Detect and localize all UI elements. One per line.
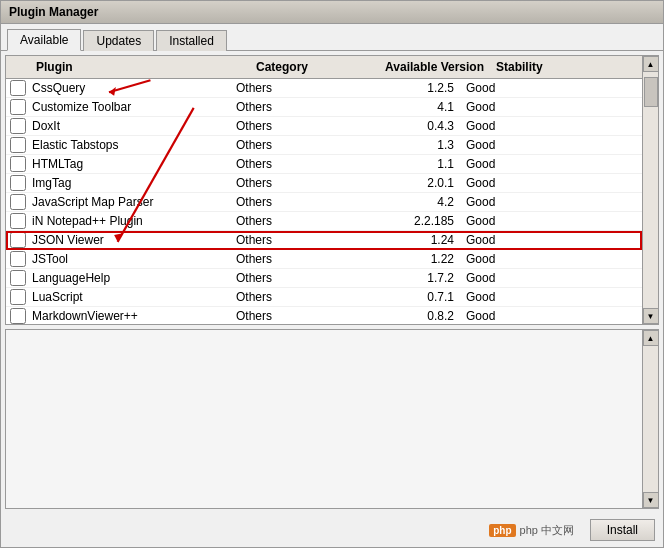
table-row: DoxIt Others 0.4.3 Good — [6, 117, 642, 136]
bottom-scroll-up[interactable]: ▲ — [643, 330, 659, 346]
cell-category: Others — [230, 213, 350, 229]
bottom-panel: ▲ ▼ — [5, 329, 659, 509]
table-body: CssQuery Others 1.2.5 Good Customize Too… — [6, 79, 642, 324]
cell-stability: Good — [460, 251, 540, 267]
cell-category: Others — [230, 251, 350, 267]
table-row: JSTool Others 1.22 Good — [6, 250, 642, 269]
cell-plugin: CssQuery — [30, 80, 230, 96]
cell-version: 4.1 — [350, 99, 460, 115]
cell-version: 2.2.185 — [350, 213, 460, 229]
row-checkbox-11[interactable] — [10, 289, 26, 305]
bottom-scroll-down[interactable]: ▼ — [643, 492, 659, 508]
plugin-manager-window: Plugin Manager Available Updates Install… — [0, 0, 664, 548]
table-row: CssQuery Others 1.2.5 Good — [6, 79, 642, 98]
cell-plugin: DoxIt — [30, 118, 230, 134]
cell-category: Others — [230, 175, 350, 191]
col-header-stability: Stability — [490, 58, 570, 76]
row-checkbox-4[interactable] — [10, 156, 26, 172]
cell-category: Others — [230, 156, 350, 172]
table-row: HTMLTag Others 1.1 Good — [6, 155, 642, 174]
scroll-up-button[interactable]: ▲ — [643, 56, 659, 72]
table-row: ImgTag Others 2.0.1 Good — [6, 174, 642, 193]
cell-version: 1.7.2 — [350, 270, 460, 286]
table-row: iN Notepad++ Plugin Others 2.2.185 Good — [6, 212, 642, 231]
row-checkbox-5[interactable] — [10, 175, 26, 191]
table-row: Customize Toolbar Others 4.1 Good — [6, 98, 642, 117]
cell-stability: Good — [460, 118, 540, 134]
cell-version: 1.2.5 — [350, 80, 460, 96]
cell-category: Others — [230, 137, 350, 153]
tab-available[interactable]: Available — [7, 29, 81, 51]
cell-category: Others — [230, 194, 350, 210]
scroll-track[interactable] — [643, 72, 658, 308]
cell-category: Others — [230, 270, 350, 286]
cell-version: 1.1 — [350, 156, 460, 172]
table-row: Elastic Tabstops Others 1.3 Good — [6, 136, 642, 155]
php-badge: php — [489, 524, 515, 537]
scroll-down-button[interactable]: ▼ — [643, 308, 659, 324]
cell-category: Others — [230, 80, 350, 96]
table-row: MarkdownViewer++ Others 0.8.2 Good — [6, 307, 642, 324]
row-checkbox-9[interactable] — [10, 251, 26, 267]
cell-version: 0.7.1 — [350, 289, 460, 305]
bottom-panel-scrollbar[interactable]: ▲ ▼ — [642, 330, 658, 508]
row-checkbox-7[interactable] — [10, 213, 26, 229]
row-checkbox-2[interactable] — [10, 118, 26, 134]
cell-plugin: JSON Viewer — [30, 232, 230, 248]
cell-stability: Good — [460, 308, 540, 324]
row-checkbox-8[interactable] — [10, 232, 26, 248]
cell-version: 1.3 — [350, 137, 460, 153]
window-title: Plugin Manager — [9, 5, 98, 19]
cell-version: 0.4.3 — [350, 118, 460, 134]
row-checkbox-10[interactable] — [10, 270, 26, 286]
row-checkbox-1[interactable] — [10, 99, 26, 115]
col-header-plugin: Plugin — [30, 58, 250, 76]
cell-category: Others — [230, 308, 350, 324]
scroll-thumb[interactable] — [644, 77, 658, 107]
cell-plugin: JavaScript Map Parser — [30, 194, 230, 210]
watermark-text: php 中文网 — [520, 523, 574, 538]
cell-plugin: JSTool — [30, 251, 230, 267]
cell-version: 0.8.2 — [350, 308, 460, 324]
table-header: Plugin Category Available Version Stabil… — [6, 56, 642, 79]
cell-plugin: Elastic Tabstops — [30, 137, 230, 153]
cell-plugin: Customize Toolbar — [30, 99, 230, 115]
cell-plugin: HTMLTag — [30, 156, 230, 172]
table-row: LanguageHelp Others 1.7.2 Good — [6, 269, 642, 288]
table-row: JSON Viewer Others 1.24 Good — [6, 231, 642, 250]
row-checkbox-6[interactable] — [10, 194, 26, 210]
cell-stability: Good — [460, 80, 540, 96]
content-area: Plugin Category Available Version Stabil… — [1, 51, 663, 513]
bottom-scroll-track[interactable] — [643, 346, 658, 492]
tab-installed[interactable]: Installed — [156, 30, 227, 51]
cell-version: 1.22 — [350, 251, 460, 267]
tab-updates[interactable]: Updates — [83, 30, 154, 51]
tabs-bar: Available Updates Installed — [1, 24, 663, 51]
main-panel: Plugin Category Available Version Stabil… — [5, 55, 659, 325]
cell-stability: Good — [460, 213, 540, 229]
cell-stability: Good — [460, 137, 540, 153]
cell-category: Others — [230, 99, 350, 115]
cell-plugin: LuaScript — [30, 289, 230, 305]
cell-stability: Good — [460, 289, 540, 305]
cell-plugin: iN Notepad++ Plugin — [30, 213, 230, 229]
cell-stability: Good — [460, 232, 540, 248]
cell-plugin: MarkdownViewer++ — [30, 308, 230, 324]
row-checkbox-0[interactable] — [10, 80, 26, 96]
cell-stability: Good — [460, 194, 540, 210]
cell-stability: Good — [460, 99, 540, 115]
cell-version: 2.0.1 — [350, 175, 460, 191]
row-checkbox-3[interactable] — [10, 137, 26, 153]
cell-plugin: ImgTag — [30, 175, 230, 191]
cell-category: Others — [230, 118, 350, 134]
col-header-version: Available Version — [370, 58, 490, 76]
cell-stability: Good — [460, 156, 540, 172]
cell-category: Others — [230, 289, 350, 305]
install-button[interactable]: Install — [590, 519, 655, 541]
cell-stability: Good — [460, 270, 540, 286]
row-checkbox-12[interactable] — [10, 308, 26, 324]
cell-stability: Good — [460, 175, 540, 191]
cell-version: 1.24 — [350, 232, 460, 248]
vertical-scrollbar[interactable]: ▲ ▼ — [642, 56, 658, 324]
cell-plugin: LanguageHelp — [30, 270, 230, 286]
